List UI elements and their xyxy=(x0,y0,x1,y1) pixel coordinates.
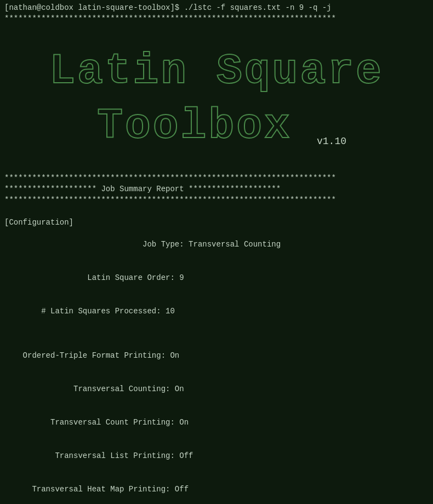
order-key: Latin Square Order: xyxy=(23,273,175,282)
tc-key: Transversal Counting: xyxy=(23,385,170,393)
processed-line: # Latin Squares Processed: 10 xyxy=(4,295,429,328)
thmp-line: Transversal Heat Map Printing: Off xyxy=(4,473,429,504)
tc-value: On xyxy=(170,385,184,393)
tlp-line: Transversal List Printing: Off xyxy=(4,439,429,473)
order-value: 9 xyxy=(175,273,184,282)
order-line: Latin Square Order: 9 xyxy=(4,261,429,295)
top-command-line: [nathan@coldbox latin-square-toolbox]$ .… xyxy=(4,2,429,13)
blank-after-stars xyxy=(4,205,429,216)
logo-line2: Toolbox xyxy=(97,102,292,150)
logo-version: v1.10 xyxy=(317,136,346,147)
job-type-key: Job Type: xyxy=(23,240,184,249)
tlp-value: Off xyxy=(175,451,193,460)
job-type-value: Transversal Counting xyxy=(184,240,281,249)
config-header: [Configuration] xyxy=(4,217,429,228)
tcp-line: Transversal Count Printing: On xyxy=(4,406,429,439)
tcp-key: Transversal Count Printing: xyxy=(23,418,175,427)
job-type-line: Job Type: Transversal Counting xyxy=(4,228,429,261)
stars-top-3: ****************************************… xyxy=(4,194,429,205)
stars-top-2: ****************************************… xyxy=(4,173,429,184)
logo-svg: .logo-text { font-family: 'Courier New',… xyxy=(19,28,414,170)
terminal: [nathan@coldbox latin-square-toolbox]$ .… xyxy=(0,0,433,504)
processed-value: 10 xyxy=(161,307,175,316)
logo-container: .logo-text { font-family: 'Courier New',… xyxy=(4,28,429,170)
tlp-key: Transversal List Printing: xyxy=(23,451,175,460)
stars-summary: ******************** Job Summary Report … xyxy=(4,184,429,194)
tc-line: Transversal Counting: On xyxy=(4,373,429,406)
thmp-key: Transversal Heat Map Printing: xyxy=(23,485,170,494)
otfp-line: Ordered-Triple Format Printing: On xyxy=(4,339,429,373)
processed-key: # Latin Squares Processed: xyxy=(23,307,161,316)
thmp-value: Off xyxy=(170,485,189,494)
logo-line1: Latin Square xyxy=(49,47,384,95)
otfp-value: On xyxy=(166,351,179,360)
tcp-value: On xyxy=(175,418,189,427)
stars-top-1: ****************************************… xyxy=(4,13,429,24)
blank-config xyxy=(4,328,429,339)
otfp-key: Ordered-Triple Format Printing: xyxy=(23,351,166,360)
